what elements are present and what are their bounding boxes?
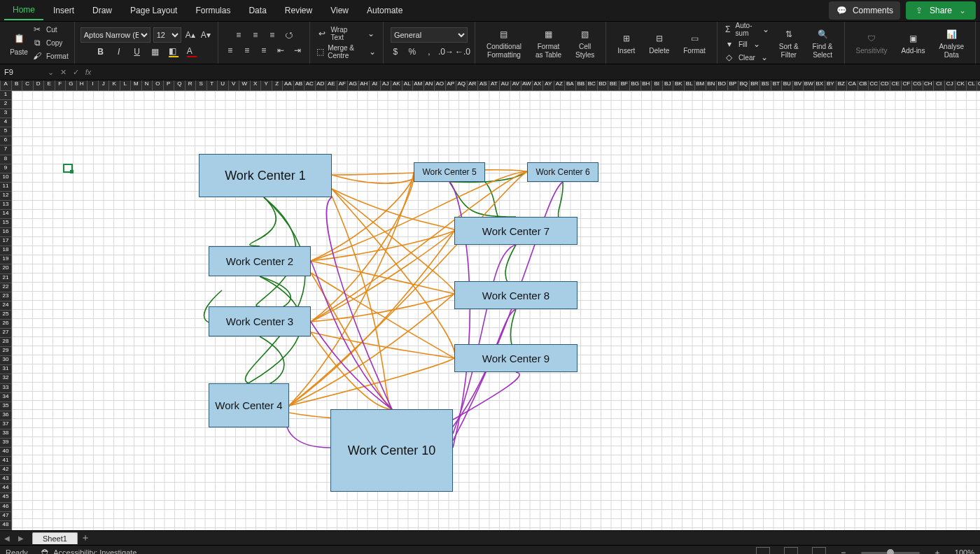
paste-icon[interactable]: 📋	[10, 29, 28, 48]
italic-icon[interactable]: I	[113, 45, 125, 58]
delete-cells-icon[interactable]: ⊟	[652, 31, 667, 46]
align-center-icon[interactable]: ≡	[241, 44, 253, 57]
name-box[interactable]	[0, 67, 44, 77]
col-header-BI[interactable]: BI	[652, 80, 663, 90]
row-header-46[interactable]: 46	[0, 503, 12, 512]
col-header-BN[interactable]: BN	[706, 80, 718, 90]
chevron-down-icon[interactable]: ⌄	[761, 23, 771, 36]
tab-view[interactable]: View	[322, 1, 357, 20]
tab-home[interactable]: Home	[4, 1, 43, 20]
col-header-CC[interactable]: CC	[869, 80, 880, 90]
col-header-AM[interactable]: AM	[413, 80, 424, 90]
row-header-14[interactable]: 14	[0, 210, 12, 219]
row-header-28[interactable]: 28	[0, 338, 12, 347]
format-as-table-icon[interactable]: ▦	[541, 27, 556, 42]
autosum-icon[interactable]: Σ	[723, 23, 733, 36]
comma-icon[interactable]: ,	[423, 45, 435, 58]
col-header-M[interactable]: M	[131, 80, 142, 90]
col-header-CH[interactable]: CH	[923, 80, 934, 90]
tab-automate[interactable]: Automate	[358, 1, 411, 20]
col-header-K[interactable]: K	[109, 80, 120, 90]
percent-icon[interactable]: %	[406, 45, 419, 58]
col-header-CI[interactable]: CI	[934, 80, 945, 90]
col-header-AC[interactable]: AC	[304, 80, 316, 90]
col-header-BT[interactable]: BT	[771, 80, 783, 90]
analyse-data-icon[interactable]: 📊	[944, 27, 959, 42]
col-header-BO[interactable]: BO	[717, 80, 728, 90]
col-header-BA[interactable]: BA	[565, 80, 576, 90]
row-header-41[interactable]: 41	[0, 457, 12, 466]
shape-wc7[interactable]: Work Center 7	[454, 217, 578, 245]
row-header-1[interactable]: 1	[0, 91, 12, 100]
row-header-26[interactable]: 26	[0, 320, 12, 329]
confirm-formula-icon[interactable]: ✓	[69, 68, 82, 77]
col-header-AR[interactable]: AR	[468, 80, 479, 90]
copy-icon[interactable]: ⧉	[31, 36, 43, 49]
tab-insert[interactable]: Insert	[45, 1, 83, 20]
col-header-L[interactable]: L	[120, 80, 132, 90]
col-header-G[interactable]: G	[66, 80, 77, 90]
sheet-tab-active[interactable]: Sheet1	[32, 532, 78, 544]
col-header-AE[interactable]: AE	[326, 80, 337, 90]
row-header-12[interactable]: 12	[0, 192, 12, 201]
prev-sheet-button[interactable]: ◀	[0, 534, 14, 542]
col-header-Y[interactable]: Y	[261, 80, 272, 90]
shape-wc4[interactable]: Work Center 4	[209, 383, 289, 427]
row-header-21[interactable]: 21	[0, 274, 12, 283]
col-header-F[interactable]: F	[55, 80, 66, 90]
font-color-icon[interactable]: A	[186, 45, 198, 58]
col-header-BZ[interactable]: BZ	[836, 80, 848, 90]
col-header-AL[interactable]: AL	[402, 80, 414, 90]
col-header-AW[interactable]: AW	[522, 80, 533, 90]
font-size-select[interactable]: 12	[153, 27, 181, 43]
wrap-text-label[interactable]: Wrap Text	[331, 26, 362, 41]
row-header-9[interactable]: 9	[0, 164, 12, 173]
col-header-U[interactable]: U	[218, 80, 229, 90]
font-name-select[interactable]: Aptos Narrow (Bod...	[80, 27, 150, 43]
shape-wc9[interactable]: Work Center 9	[454, 344, 578, 372]
col-header-C[interactable]: C	[22, 80, 34, 90]
format-painter-icon[interactable]: 🖌	[31, 50, 43, 62]
col-header-AG[interactable]: AG	[348, 80, 359, 90]
col-header-AX[interactable]: AX	[533, 80, 544, 90]
find-select-icon[interactable]: 🔍	[815, 27, 830, 42]
zoom-slider[interactable]	[861, 552, 920, 554]
col-header-BG[interactable]: BG	[630, 80, 641, 90]
col-header-BM[interactable]: BM	[695, 80, 706, 90]
shape-wc10[interactable]: Work Center 10	[330, 409, 453, 492]
shape-wc5[interactable]: Work Center 5	[414, 162, 485, 182]
fx-icon[interactable]: fx	[82, 68, 94, 76]
col-header-BS[interactable]: BS	[760, 80, 771, 90]
col-header-AT[interactable]: AT	[489, 80, 500, 90]
row-header-37[interactable]: 37	[0, 420, 12, 429]
chevron-down-icon[interactable]: ⌄	[365, 27, 377, 40]
namebox-chevron-icon[interactable]: ⌄	[44, 68, 57, 77]
col-header-AO[interactable]: AO	[435, 80, 446, 90]
clear-icon[interactable]: ◇	[723, 51, 736, 64]
row-header-40[interactable]: 40	[0, 448, 12, 457]
col-header-BF[interactable]: BF	[620, 80, 631, 90]
col-header-BK[interactable]: BK	[673, 80, 685, 90]
col-header-CK[interactable]: CK	[955, 80, 967, 90]
format-cells-icon[interactable]: ▭	[687, 31, 702, 46]
indent-inc-icon[interactable]: ⇥	[291, 44, 304, 57]
col-header-CM[interactable]: CM	[977, 80, 980, 90]
col-header-AS[interactable]: AS	[478, 80, 489, 90]
col-header-O[interactable]: O	[153, 80, 164, 90]
row-header-10[interactable]: 10	[0, 173, 12, 183]
col-header-D[interactable]: D	[34, 80, 45, 90]
row-header-5[interactable]: 5	[0, 127, 12, 136]
col-header-E[interactable]: E	[44, 80, 55, 90]
row-header-16[interactable]: 16	[0, 228, 12, 237]
copy-label[interactable]: Copy	[46, 39, 62, 47]
col-header-H[interactable]: H	[77, 80, 88, 90]
col-header-AJ[interactable]: AJ	[381, 80, 392, 90]
col-header-AB[interactable]: AB	[294, 80, 305, 90]
col-header-CA[interactable]: CA	[847, 80, 858, 90]
shape-wc8[interactable]: Work Center 8	[454, 281, 578, 309]
currency-icon[interactable]: $	[389, 45, 402, 58]
normal-view-icon[interactable]	[756, 547, 770, 554]
col-header-W[interactable]: W	[239, 80, 251, 90]
col-header-AD[interactable]: AD	[316, 80, 327, 90]
shrink-font-icon[interactable]: A▾	[200, 29, 212, 41]
